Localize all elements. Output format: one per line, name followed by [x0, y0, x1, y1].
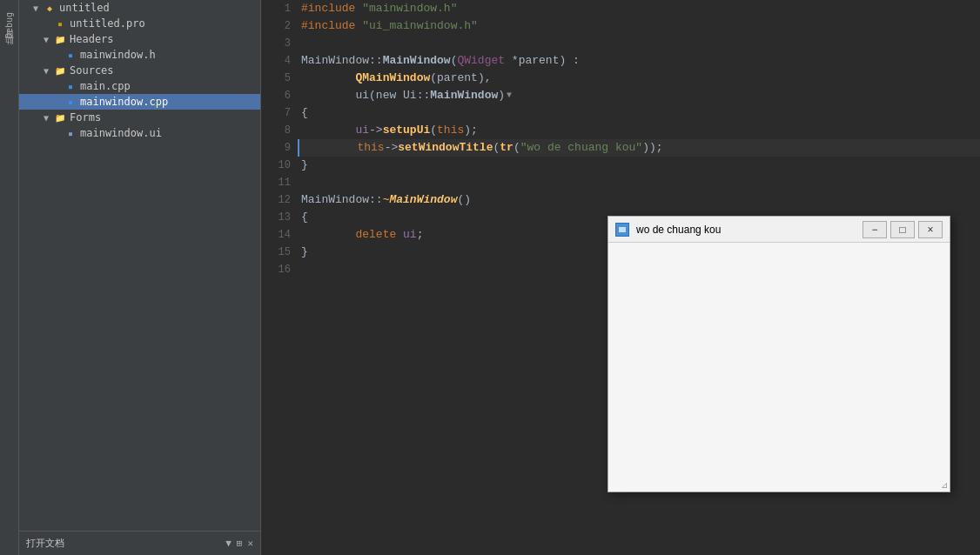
token: #include [301, 17, 355, 35]
line-num-1: 1 [261, 0, 291, 17]
token: MainWindow [383, 52, 451, 70]
cpp-icon-mainwindow: ▪ [64, 96, 77, 108]
token: )) [642, 139, 656, 157]
tree-label-sources: Sources [70, 64, 114, 77]
token: -> [369, 122, 383, 139]
code-line-9: this->setWindowTitle(tr("wo de chuang ko… [298, 139, 980, 157]
tree-item-mainwindow-cpp[interactable]: ▪ mainwindow.cpp [19, 94, 260, 110]
bottom-layout-btn[interactable]: ⊞ [237, 538, 243, 549]
token: ( [451, 52, 458, 70]
float-maximize-btn[interactable]: □ [890, 221, 915, 238]
tree-item-mainwindow-ui[interactable]: ▪ mainwindow.ui [19, 125, 260, 141]
float-minimize-btn[interactable]: − [863, 221, 887, 238]
float-controls: − □ × [863, 221, 943, 238]
bottom-close-btn[interactable]: ✕ [247, 538, 253, 549]
sidebar-目[interactable]: 目 [2, 42, 17, 49]
token: ) [478, 70, 485, 87]
token: "ui_mainwindow.h" [362, 17, 478, 35]
token: delete [355, 226, 396, 244]
token: "mainwindow.h" [362, 0, 457, 17]
tree-label-mainwindow-cpp: mainwindow.cpp [80, 96, 168, 108]
token [301, 87, 355, 104]
token: ( [493, 139, 500, 157]
token [303, 139, 357, 157]
tree-item-untitled-pro[interactable]: ▪ untitled.pro [19, 16, 260, 31]
token: QWidget [457, 52, 505, 70]
arrow-forms: ▼ [44, 113, 54, 123]
token: ( [430, 70, 437, 87]
line-num-3: 3 [261, 35, 291, 52]
float-close-btn[interactable]: × [918, 221, 943, 238]
line-num-10: 10 [261, 157, 291, 174]
token: () [457, 191, 471, 209]
tree-item-forms[interactable]: ▼ 📁 Forms [19, 110, 260, 125]
line-num-9: 9 [261, 139, 291, 157]
tree-item-headers[interactable]: ▼ 📁 Headers [19, 31, 260, 47]
fold-arrow-6[interactable]: ▼ [507, 87, 512, 104]
float-title-text: wo de chuang kou [636, 224, 863, 236]
token: tr [500, 139, 513, 157]
line-num-13: 13 [261, 209, 291, 226]
floating-window[interactable]: wo de chuang kou − □ × ⊿ [607, 216, 950, 492]
token: } [301, 157, 308, 174]
code-line-12: MainWindow::~MainWindow() [298, 191, 980, 209]
code-line-3 [298, 35, 980, 52]
tree-label-untitled: untitled [59, 2, 110, 14]
token: parent [437, 70, 478, 87]
cpp-icon-main: ▪ [64, 80, 77, 92]
token [301, 122, 355, 139]
tree-item-mainwindow-h[interactable]: ▪ mainwindow.h [19, 47, 260, 63]
line-numbers: 1 2 3 4 5 6 7 8 9 10 11 12 13 14 15 16 [261, 0, 298, 555]
vertical-sidebar: 编辑 Debug 目 助 [0, 0, 19, 555]
token: ) [498, 87, 505, 104]
line-num-7: 7 [261, 104, 291, 122]
tree-item-main-cpp[interactable]: ▪ main.cpp [19, 78, 260, 94]
tree-label-pro: untitled.pro [70, 17, 145, 30]
tree-item-untitled[interactable]: ▼ ◆ untitled [19, 0, 260, 16]
sidebar-debug[interactable]: Debug [3, 9, 16, 42]
sidebar-助[interactable]: 助 [2, 49, 17, 56]
arrow-headers: ▼ [44, 35, 54, 44]
token: MainWindow [301, 52, 369, 70]
token: ( [430, 122, 437, 139]
pro-icon: ▪ [54, 17, 66, 30]
bottom-dropdown-btn[interactable]: ▼ [225, 538, 232, 549]
tree-label-mainwindow-h: mainwindow.h [80, 49, 156, 61]
line-num-12: 12 [261, 191, 291, 209]
folder-icon-sources: 📁 [54, 64, 66, 77]
token: MainWindow [430, 87, 498, 104]
tree-label-headers: Headers [70, 33, 114, 45]
sidebar-edit[interactable]: 编辑 [2, 2, 17, 9]
arrow-sources: ▼ [44, 66, 54, 76]
token: , [485, 70, 492, 87]
line-num-4: 4 [261, 52, 291, 70]
arrow-untitled: ▼ [33, 3, 44, 13]
tree-item-sources[interactable]: ▼ 📁 Sources [19, 63, 260, 78]
token: MainWindow [301, 191, 369, 209]
token: this [437, 122, 464, 139]
token: ( [513, 139, 520, 157]
token: *parent) : [505, 52, 580, 70]
project-icon: ◆ [44, 2, 56, 14]
code-line-5: QMainWindow(parent), [298, 70, 980, 87]
tree-label-main-cpp: main.cpp [80, 80, 131, 92]
token: ; [471, 122, 478, 139]
code-line-11 [298, 174, 980, 191]
token: #include [301, 0, 355, 17]
token: ui(new [355, 87, 403, 104]
tree-label-forms: Forms [70, 111, 101, 124]
line-num-5: 5 [261, 70, 291, 87]
token [301, 226, 355, 244]
open-doc-label: 打开文档 [26, 537, 64, 550]
float-resize-handle[interactable]: ⊿ [941, 480, 948, 490]
line-num-15: 15 [261, 244, 291, 261]
code-line-2: #include "ui_mainwindow.h" [298, 17, 980, 35]
token: "wo de chuang kou" [520, 139, 642, 157]
token: } [301, 244, 308, 261]
h-icon: ▪ [64, 49, 77, 61]
token: ui [403, 226, 417, 244]
code-line-7: { [298, 104, 980, 122]
token: { [301, 209, 308, 226]
file-tree: ▼ ◆ untitled ▪ untitled.pro ▼ 📁 Headers … [19, 0, 261, 555]
line-num-11: 11 [261, 174, 291, 191]
